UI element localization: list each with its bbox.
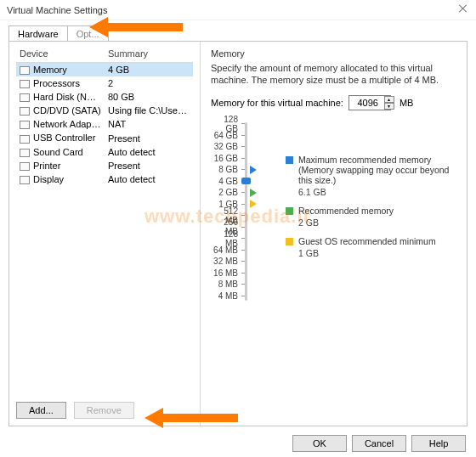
close-icon[interactable] bbox=[457, 3, 469, 15]
pointer-icon bbox=[250, 166, 257, 174]
legend-rec-val: 2 GB bbox=[286, 217, 456, 228]
device-icon bbox=[20, 149, 30, 157]
memory-slider[interactable]: 128 GB64 GB32 GB16 GB8 GB4 GB2 GB1 GB512… bbox=[211, 119, 274, 304]
tick-label: 4 MB bbox=[211, 291, 245, 301]
device-icon bbox=[20, 121, 30, 129]
spin-down-icon[interactable]: ▾ bbox=[384, 103, 394, 110]
square-icon-green bbox=[286, 207, 293, 215]
device-icon bbox=[20, 162, 30, 171]
tick-label: 8 MB bbox=[211, 279, 245, 290]
table-row[interactable]: USB ControllerPresent bbox=[16, 131, 193, 144]
ok-button[interactable]: OK bbox=[292, 435, 347, 452]
col-device: Device bbox=[16, 47, 105, 63]
slider-track bbox=[245, 122, 247, 301]
table-row[interactable]: DisplayAuto detect bbox=[16, 172, 193, 186]
col-summary: Summary bbox=[105, 47, 193, 63]
content: Device Summary Memory4 GBProcessors2Hard… bbox=[8, 41, 468, 426]
tick-label: 2 GB bbox=[211, 188, 245, 198]
square-icon-yellow bbox=[286, 238, 293, 245]
memory-scale-wrap: 128 GB64 GB32 GB16 GB8 GB4 GB2 GB1 GB512… bbox=[211, 119, 456, 304]
help-button[interactable]: Help bbox=[411, 435, 466, 452]
memory-input-row: Memory for this virtual machine: ▴ ▾ MB bbox=[211, 95, 456, 110]
window-title: Virtual Machine Settings bbox=[7, 5, 469, 15]
table-row[interactable]: Hard Disk (NVMe)80 GB bbox=[16, 90, 193, 104]
tick-label: 64 GB bbox=[211, 130, 245, 140]
table-row[interactable]: CD/DVD (SATA)Using file C:\Users\Techped… bbox=[16, 104, 193, 117]
tick-label: 16 GB bbox=[211, 153, 245, 163]
table-row[interactable]: Network AdapterNAT bbox=[16, 117, 193, 131]
remove-button: Remove bbox=[74, 402, 134, 419]
legend-min: Guest OS recommended minimum bbox=[298, 236, 456, 246]
tick-label: 4 GB bbox=[211, 176, 245, 186]
device-icon bbox=[20, 80, 30, 88]
annotation-arrow-icon bbox=[144, 404, 246, 438]
spin-up-icon[interactable]: ▴ bbox=[384, 96, 394, 103]
legend-max-val: 6.1 GB bbox=[286, 187, 456, 197]
tick-label: 32 MB bbox=[211, 257, 245, 267]
annotation-arrow-icon bbox=[89, 14, 191, 48]
cancel-button[interactable]: Cancel bbox=[352, 435, 406, 452]
memory-spinner[interactable]: ▴ ▾ bbox=[384, 96, 394, 110]
device-icon bbox=[20, 107, 30, 116]
legend-max-note: (Memory swapping may occur beyond this s… bbox=[298, 165, 449, 185]
device-icon bbox=[20, 93, 30, 102]
legend-rec: Recommended memory bbox=[298, 206, 456, 216]
tick-label: 128 GB bbox=[211, 119, 245, 129]
tick-label: 64 MB bbox=[211, 245, 245, 255]
memory-panel: Memory Specify the amount of memory allo… bbox=[201, 42, 467, 426]
tick-label: 16 MB bbox=[211, 268, 245, 278]
square-icon-blue bbox=[286, 156, 293, 164]
dialog-buttons: OK Cancel Help bbox=[292, 435, 466, 452]
svg-marker-1 bbox=[144, 408, 238, 428]
memory-group-title: Memory bbox=[211, 48, 456, 59]
tick-label: 32 GB bbox=[211, 142, 245, 152]
table-row[interactable]: Memory4 GB bbox=[16, 63, 193, 77]
device-table: Device Summary Memory4 GBProcessors2Hard… bbox=[16, 47, 193, 186]
device-icon bbox=[20, 135, 30, 144]
titlebar: Virtual Machine Settings bbox=[0, 0, 476, 20]
pointer-icon bbox=[250, 200, 257, 208]
memory-label: Memory for this virtual machine: bbox=[211, 98, 343, 108]
tick-label: 128 MB bbox=[211, 234, 245, 244]
slider-thumb[interactable] bbox=[241, 178, 251, 184]
add-button[interactable]: Add... bbox=[16, 402, 66, 419]
memory-desc: Specify the amount of memory allocated t… bbox=[211, 62, 456, 87]
legend-min-val: 1 GB bbox=[286, 248, 456, 258]
table-row[interactable]: Sound CardAuto detect bbox=[16, 145, 193, 159]
memory-unit: MB bbox=[400, 98, 414, 108]
legend-max: Maximum recommended memory bbox=[298, 155, 431, 165]
pointer-icon bbox=[250, 189, 257, 197]
table-row[interactable]: Processors2 bbox=[16, 76, 193, 90]
memory-legend: Maximum recommended memory(Memory swappi… bbox=[286, 119, 456, 304]
device-icon bbox=[20, 176, 30, 184]
tabs: Hardware Opt... bbox=[8, 25, 476, 42]
tab-hardware[interactable]: Hardware bbox=[8, 25, 68, 42]
tick-label: 8 GB bbox=[211, 165, 245, 175]
device-panel: Device Summary Memory4 GBProcessors2Hard… bbox=[9, 42, 201, 426]
table-row[interactable]: PrinterPresent bbox=[16, 159, 193, 172]
device-icon bbox=[20, 66, 30, 75]
svg-marker-0 bbox=[89, 17, 183, 37]
